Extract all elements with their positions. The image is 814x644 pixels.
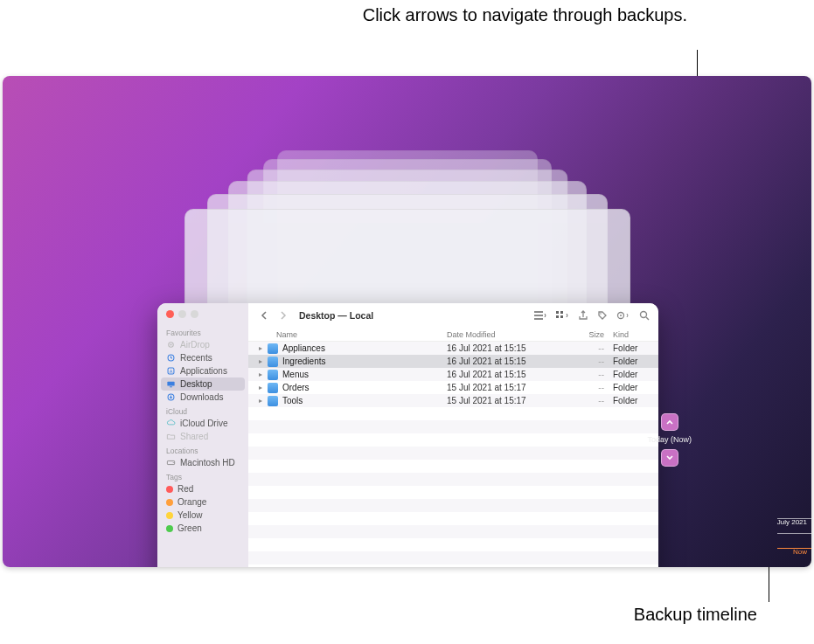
sidebar-item-airdrop: AirDrop — [157, 338, 248, 351]
finder-window: Favourites AirDrop Recents A Application… — [157, 303, 658, 567]
table-row-empty — [248, 551, 658, 564]
annotation-arrows: Click arrows to navigate through backups… — [363, 4, 687, 26]
window-controls — [157, 310, 248, 325]
sidebar-item-applications[interactable]: A Applications — [157, 364, 248, 377]
forward-button[interactable] — [275, 308, 290, 323]
table-row-empty — [248, 512, 658, 525]
file-kind: Folder — [604, 357, 648, 366]
back-button[interactable] — [257, 308, 273, 323]
sidebar-item-icloud-drive[interactable]: iCloud Drive — [157, 417, 248, 430]
downloads-icon — [166, 392, 176, 402]
disclosure-triangle-icon[interactable]: ▸ — [259, 370, 266, 378]
tag-button[interactable] — [597, 308, 608, 323]
applications-icon: A — [166, 366, 176, 376]
table-row-empty — [248, 420, 658, 433]
sidebar-tag-orange[interactable]: Orange — [157, 495, 248, 509]
sidebar-item-shared: Shared — [157, 430, 248, 443]
sidebar-item-label: Orange — [177, 497, 206, 507]
desktop-icon — [166, 379, 176, 389]
column-size: Size — [560, 330, 604, 339]
svg-rect-5 — [167, 382, 174, 386]
airdrop-icon — [166, 340, 176, 350]
disclosure-triangle-icon[interactable]: ▸ — [259, 397, 266, 405]
file-list: ▸Appliances16 Jul 2021 at 15:15--Folder▸… — [248, 342, 658, 567]
file-modified: 15 Jul 2021 at 15:17 — [447, 383, 560, 392]
file-size: -- — [560, 357, 604, 366]
timeline-tick: July 2021 — [777, 518, 811, 526]
sidebar-item-label: Recents — [180, 353, 212, 363]
sidebar-tag-green[interactable]: Green — [157, 522, 248, 535]
view-list-button[interactable] — [532, 308, 546, 323]
sidebar-item-downloads[interactable]: Downloads — [157, 391, 248, 404]
shared-folder-icon — [166, 432, 176, 441]
view-icon-button[interactable] — [555, 308, 569, 323]
zoom-window-button — [191, 310, 198, 318]
table-row-empty — [248, 407, 658, 420]
column-name: Name — [259, 330, 447, 339]
action-button[interactable] — [616, 308, 630, 323]
disclosure-triangle-icon[interactable]: ▸ — [259, 357, 266, 365]
table-row-empty — [248, 460, 658, 473]
table-row[interactable]: ▸Ingredients16 Jul 2021 at 15:15--Folder — [248, 355, 658, 368]
sidebar-item-label: AirDrop — [180, 340, 210, 350]
table-row-empty — [248, 538, 658, 551]
folder-icon — [268, 357, 278, 367]
backup-prev-arrow[interactable] — [661, 413, 678, 431]
column-modified: Date Modified — [447, 330, 560, 339]
backup-timeline[interactable]: July 2021 Now — [777, 518, 811, 563]
file-name: Appliances — [282, 343, 447, 353]
sidebar-item-label: Downloads — [180, 392, 223, 402]
file-size: -- — [560, 370, 604, 379]
desktop-background: Favourites AirDrop Recents A Application… — [3, 76, 811, 567]
sidebar-section-locations: Locations — [157, 443, 248, 456]
table-row[interactable]: ▸Orders15 Jul 2021 at 15:17--Folder — [248, 381, 658, 394]
file-modified: 16 Jul 2021 at 15:15 — [447, 370, 560, 379]
file-modified: 16 Jul 2021 at 15:15 — [447, 343, 560, 353]
table-row[interactable]: ▸Menus16 Jul 2021 at 15:15--Folder — [248, 368, 658, 381]
share-button[interactable] — [578, 308, 588, 323]
sidebar-section-icloud: iCloud — [157, 404, 248, 417]
sidebar-item-label: Desktop — [180, 379, 212, 389]
sidebar-tag-yellow[interactable]: Yellow — [157, 509, 248, 522]
sidebar-section-favourites: Favourites — [157, 325, 248, 338]
table-row-empty — [248, 447, 658, 460]
cloud-icon — [166, 419, 176, 428]
annotation-timeline: Backup timeline — [634, 605, 757, 625]
backup-current-label: Today (Now) — [647, 435, 692, 444]
svg-text:A: A — [170, 369, 173, 374]
sidebar-item-macintosh-hd[interactable]: Macintosh HD — [157, 456, 248, 469]
column-kind: Kind — [604, 330, 648, 339]
tag-dot-icon — [166, 486, 173, 493]
file-kind: Folder — [604, 396, 648, 405]
clock-icon — [166, 353, 176, 363]
sidebar-tag-red[interactable]: Red — [157, 482, 248, 495]
sidebar: Favourites AirDrop Recents A Application… — [157, 303, 248, 567]
close-window-button[interactable] — [166, 310, 174, 318]
sidebar-section-tags: Tags — [157, 469, 248, 482]
file-name: Ingredients — [282, 357, 447, 366]
search-button[interactable] — [639, 308, 650, 323]
sidebar-item-desktop[interactable]: Desktop — [161, 377, 245, 391]
column-headers[interactable]: Name Date Modified Size Kind — [248, 328, 658, 342]
minimize-window-button — [178, 310, 186, 318]
disclosure-triangle-icon[interactable]: ▸ — [259, 384, 266, 391]
table-row-empty — [248, 525, 658, 538]
tag-dot-icon — [166, 499, 173, 506]
svg-point-9 — [173, 462, 174, 463]
tag-dot-icon — [166, 525, 173, 532]
svg-point-1 — [170, 343, 171, 345]
sidebar-item-label: Green — [177, 523, 202, 533]
file-size: -- — [560, 343, 604, 353]
table-row-empty — [248, 499, 658, 512]
window-title: Desktop — Local — [299, 310, 373, 321]
folder-icon — [268, 370, 278, 380]
table-row[interactable]: ▸Tools15 Jul 2021 at 15:17--Folder — [248, 394, 658, 407]
disclosure-triangle-icon[interactable]: ▸ — [259, 344, 266, 352]
sidebar-item-label: Shared — [180, 432, 208, 441]
disk-icon — [166, 458, 176, 467]
folder-icon — [268, 396, 278, 406]
sidebar-item-recents[interactable]: Recents — [157, 351, 248, 364]
svg-rect-6 — [170, 386, 172, 387]
table-row[interactable]: ▸Appliances16 Jul 2021 at 15:15--Folder — [248, 342, 658, 355]
backup-next-arrow[interactable] — [661, 449, 678, 467]
